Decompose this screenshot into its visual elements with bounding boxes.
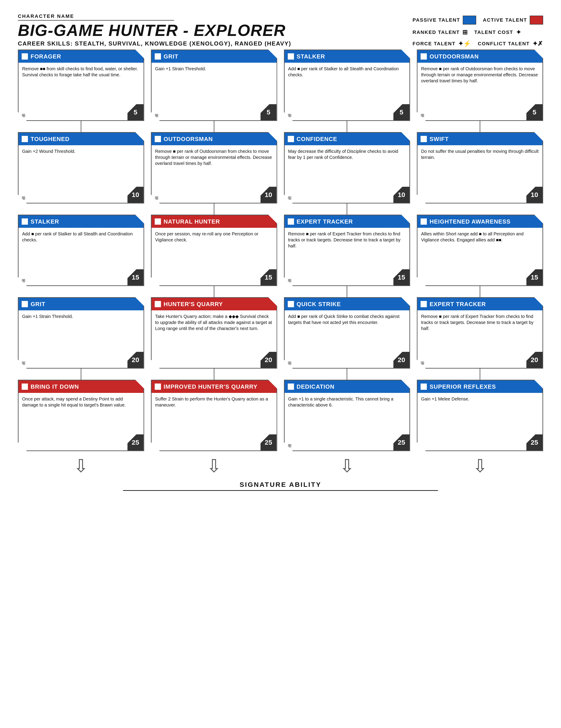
talent-card-r4-c2: DEDICATIONGain +1 to a single characteri… (284, 380, 410, 451)
v-line (346, 286, 348, 297)
v-connector-2-3 (417, 286, 543, 297)
talent-card-header: GRIT (19, 298, 143, 310)
talent-card-r0-c0: FORAGERRemove ■■ from skill checks to fi… (18, 50, 144, 121)
force-icon: ✦⚡ (458, 40, 471, 47)
talent-card-r3-c3: EXPERT TRACKERRemove ■ per rank of Exper… (417, 297, 543, 369)
talent-row-0: FORAGERRemove ■■ from skill checks to fi… (18, 50, 543, 121)
ranked-icon: ⊞ (288, 443, 292, 448)
passive-talent-box (463, 16, 476, 25)
talent-cost: 20 (393, 352, 410, 368)
talent-checkbox[interactable] (288, 384, 294, 390)
talent-name: EXPERT TRACKER (430, 301, 486, 307)
force-talent-label: FORCE TALENT (413, 41, 455, 47)
talent-card-header: GRIT (151, 50, 276, 63)
talent-checkbox[interactable] (288, 136, 294, 142)
career-skills: CAREER SKILLS: STEALTH, SURVIVAL, KNOWLE… (18, 40, 291, 47)
talent-grid: FORAGERRemove ■■ from skill checks to fi… (18, 50, 543, 451)
ranked-icon: ⊞ (288, 195, 292, 201)
ranked-icon: ⊞ (288, 113, 292, 118)
talent-card-header: NATURAL HUNTER (151, 215, 276, 228)
talent-name: OUTDOORSMAN (430, 53, 479, 60)
passive-talent-legend: PASSIVE TALENT (413, 16, 476, 25)
talent-checkbox[interactable] (288, 53, 294, 60)
talent-card-r2-c1: NATURAL HUNTEROnce per session, may re-r… (151, 215, 277, 286)
talent-cost: 15 (393, 269, 410, 285)
talent-card-r1-c2: CONFIDENCEMay decrease the difficulty of… (284, 132, 410, 203)
arrow-row: ⇩⇩⇩⇩ (18, 456, 543, 476)
talent-name: GRIT (31, 301, 45, 307)
talent-card-r4-c1: IMPROVED HUNTER'S QUARRYSuffer 2 Strain … (151, 380, 277, 451)
talent-cost-icon: ✦ (516, 29, 521, 36)
talent-checkbox[interactable] (22, 301, 28, 307)
v-line (213, 121, 215, 132)
talent-cost-label: TALENT COST (474, 29, 513, 35)
talent-checkbox[interactable] (155, 218, 161, 225)
talent-card-header: EXPERT TRACKER (285, 215, 410, 228)
talent-card-header: OUTDOORSMAN (151, 133, 276, 145)
talent-checkbox[interactable] (421, 53, 427, 60)
talent-name: GRIT (164, 53, 178, 60)
talent-checkbox[interactable] (421, 136, 427, 142)
talent-card-r4-c3: SUPERIOR REFLEXESGain +1 Melee Defense.2… (417, 380, 543, 451)
talent-checkbox[interactable] (421, 384, 427, 390)
talent-checkbox[interactable] (22, 384, 28, 390)
talent-checkbox[interactable] (421, 218, 427, 225)
active-talent-label: ACTIVE TALENT (483, 17, 527, 23)
ranked-icon: ⊞ (22, 360, 25, 366)
header: CHARACTER NAME BIG-GAME HUNTER - EXPLORE… (18, 13, 543, 47)
talent-card-r3-c0: GRITGain +1 Strain Threshold.20⊞ (18, 297, 144, 369)
legend-row-3: FORCE TALENT ✦⚡ CONFLICT TALENT ✦✗ (413, 40, 543, 47)
talent-cost: 10 (393, 187, 410, 203)
talent-card-header: DEDICATION (285, 380, 410, 393)
talent-checkbox[interactable] (288, 301, 294, 307)
talent-name: HUNTER'S QUARRY (164, 301, 223, 307)
talent-cost: 15 (260, 269, 276, 285)
talent-card-header: HUNTER'S QUARRY (151, 298, 276, 310)
talent-card-r1-c1: OUTDOORSMANRemove ■ per rank of Outdoors… (151, 132, 277, 203)
talent-cost: 20 (526, 352, 542, 368)
arrow-2: ⇩ (284, 456, 410, 476)
talent-checkbox[interactable] (22, 136, 28, 142)
talent-card-header: IMPROVED HUNTER'S QUARRY (151, 380, 276, 393)
talent-name: TOUGHENED (31, 136, 70, 142)
talent-checkbox[interactable] (421, 301, 427, 307)
ranked-icon: ⊞ (155, 113, 158, 118)
ranked-icon: ⊞ (462, 29, 468, 36)
talent-body: Remove ■ per rank of Expert Tracker from… (285, 228, 410, 258)
talent-body: Remove ■ per rank of Expert Tracker from… (418, 310, 542, 340)
talent-checkbox[interactable] (22, 218, 28, 225)
talent-card-header: SWIFT (418, 133, 542, 145)
talent-card-header: FORAGER (19, 50, 143, 63)
legend-row-1: PASSIVE TALENT ACTIVE TALENT (413, 16, 543, 25)
v-connector-2-0 (18, 286, 144, 297)
v-line (479, 286, 481, 297)
v-line (346, 203, 348, 215)
talent-cost: 25 (127, 434, 143, 450)
talent-checkbox[interactable] (155, 53, 161, 60)
passive-talent-label: PASSIVE TALENT (413, 17, 460, 23)
talent-card-r3-c1: HUNTER'S QUARRYTake Hunter's Quarry acti… (151, 297, 277, 369)
talent-card-header: BRING IT DOWN (19, 380, 143, 393)
talent-name: BRING IT DOWN (31, 384, 79, 390)
talent-card-r1-c0: TOUGHENEDGain +2 Wound Threshold.10⊞ (18, 132, 144, 203)
v-line (213, 203, 215, 215)
v-line (213, 286, 215, 297)
connector-row-1 (18, 203, 543, 215)
v-connector-1-2 (284, 203, 410, 215)
talent-cost: 20 (260, 352, 276, 368)
talent-checkbox[interactable] (22, 53, 28, 60)
talent-checkbox[interactable] (155, 136, 161, 142)
talent-name: STALKER (31, 218, 59, 225)
talent-card-header: HEIGHTENED AWARENESS (418, 215, 542, 228)
talent-checkbox[interactable] (155, 384, 161, 390)
talent-checkbox[interactable] (288, 218, 294, 225)
v-line (346, 121, 348, 132)
talent-card-r1-c3: SWIFTDo not suffer the usual penalties f… (417, 132, 543, 203)
connector-row-0 (18, 121, 543, 132)
arrow-0: ⇩ (18, 456, 144, 476)
talent-cost: 25 (526, 434, 542, 450)
talent-card-r3-c2: QUICK STRIKEAdd ■ per rank of Quick Stri… (284, 297, 410, 369)
talent-checkbox[interactable] (155, 301, 161, 307)
talent-card-header: EXPERT TRACKER (418, 298, 542, 310)
active-talent-legend: ACTIVE TALENT (483, 16, 543, 25)
